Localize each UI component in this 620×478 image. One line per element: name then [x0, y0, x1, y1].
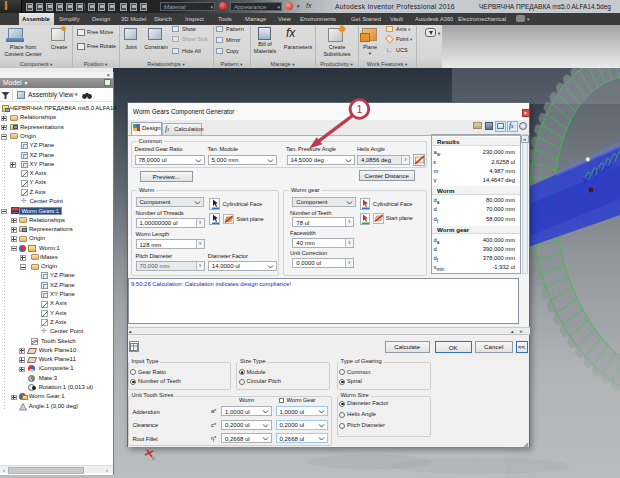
svg-text:1: 1 — [356, 103, 362, 115]
svg-text:x: x — [152, 455, 155, 461]
